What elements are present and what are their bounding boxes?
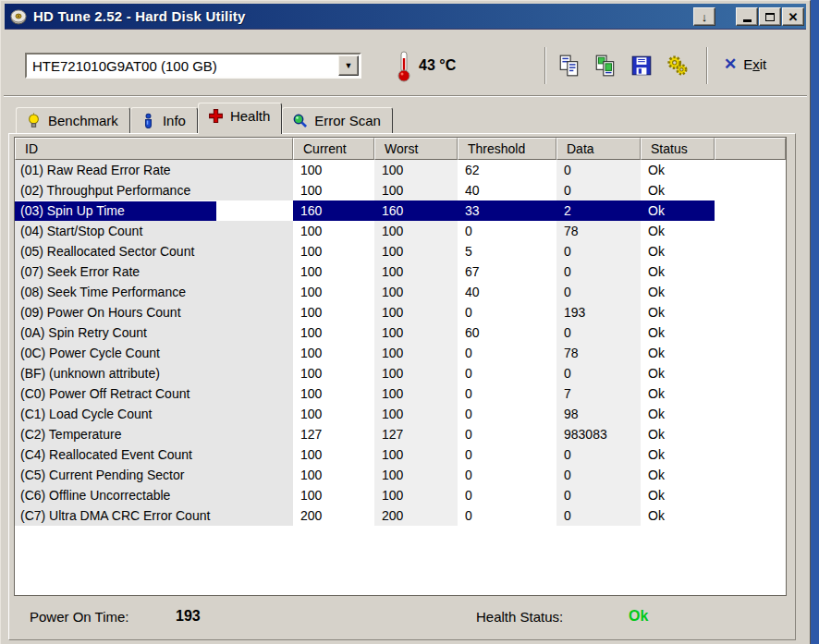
- cell-current[interactable]: 100: [293, 444, 374, 465]
- cell-data[interactable]: 78: [556, 221, 641, 241]
- cell-status[interactable]: Ok: [641, 180, 715, 200]
- cell-id[interactable]: (C5) Current Pending Sector: [15, 465, 293, 485]
- column-header-worst[interactable]: Worst: [374, 138, 458, 160]
- tab-error-scan[interactable]: Error Scan: [282, 107, 393, 134]
- options-button[interactable]: [664, 52, 691, 79]
- cell-threshold[interactable]: 0: [458, 343, 556, 363]
- cell-current[interactable]: 100: [293, 363, 374, 383]
- cell-id[interactable]: (04) Start/Stop Count: [15, 221, 293, 241]
- table-row[interactable]: (C4) Reallocated Event Count10010000Ok: [15, 444, 786, 465]
- cell-threshold[interactable]: 40: [458, 282, 556, 302]
- cell-status[interactable]: Ok: [641, 383, 715, 404]
- cell-current[interactable]: 200: [293, 505, 374, 526]
- table-row[interactable]: (C7) Ultra DMA CRC Error Count20020000Ok: [15, 505, 786, 526]
- cell-worst[interactable]: 100: [374, 383, 458, 404]
- cell-current[interactable]: 100: [293, 241, 374, 261]
- cell-current[interactable]: 100: [293, 282, 374, 302]
- cell-id[interactable]: (C1) Load Cycle Count: [15, 404, 293, 424]
- table-row[interactable]: (04) Start/Stop Count100100078Ok: [15, 221, 786, 241]
- column-header-current[interactable]: Current: [293, 138, 374, 160]
- cell-status[interactable]: Ok: [641, 343, 715, 363]
- cell-current[interactable]: 127: [293, 424, 374, 444]
- rollup-button[interactable]: ↓: [693, 7, 715, 26]
- cell-status[interactable]: Ok: [641, 444, 715, 465]
- cell-data[interactable]: 0: [556, 261, 641, 282]
- cell-status[interactable]: Ok: [641, 485, 715, 505]
- cell-threshold[interactable]: 0: [458, 444, 556, 465]
- cell-worst[interactable]: 100: [374, 322, 458, 343]
- table-row[interactable]: (08) Seek Time Performance100100400Ok: [15, 282, 786, 302]
- cell-status[interactable]: Ok: [641, 505, 715, 526]
- cell-data[interactable]: 78: [556, 343, 641, 363]
- cell-current[interactable]: 160: [293, 200, 374, 221]
- cell-id[interactable]: (09) Power On Hours Count: [15, 302, 293, 322]
- cell-id[interactable]: (C0) Power Off Retract Count: [15, 383, 293, 404]
- cell-id[interactable]: (08) Seek Time Performance: [15, 282, 293, 302]
- cell-threshold[interactable]: 33: [458, 200, 556, 221]
- table-row[interactable]: (BF) (unknown attribute)10010000Ok: [15, 363, 786, 383]
- cell-current[interactable]: 100: [293, 180, 374, 200]
- cell-id[interactable]: (0C) Power Cycle Count: [15, 343, 293, 363]
- cell-id[interactable]: (02) Throughput Performance: [15, 180, 293, 200]
- tab-info[interactable]: Info: [130, 107, 198, 134]
- column-header-data[interactable]: Data: [556, 138, 641, 160]
- cell-threshold[interactable]: 0: [458, 404, 556, 424]
- cell-data[interactable]: 0: [556, 241, 641, 261]
- cell-status[interactable]: Ok: [641, 424, 715, 444]
- cell-id[interactable]: (05) Reallocated Sector Count: [15, 241, 293, 261]
- table-row[interactable]: (0A) Spin Retry Count100100600Ok: [15, 322, 786, 343]
- cell-threshold[interactable]: 0: [458, 424, 556, 444]
- table-row[interactable]: (C5) Current Pending Sector10010000Ok: [15, 465, 786, 485]
- cell-data[interactable]: 0: [556, 363, 641, 383]
- cell-status[interactable]: Ok: [641, 261, 715, 282]
- minimize-button[interactable]: [736, 7, 758, 26]
- table-row[interactable]: (07) Seek Error Rate100100670Ok: [15, 261, 786, 282]
- cell-threshold[interactable]: 62: [458, 160, 556, 180]
- close-button[interactable]: ✕: [782, 7, 804, 26]
- cell-data[interactable]: 0: [556, 322, 641, 343]
- cell-data[interactable]: 0: [556, 180, 641, 200]
- table-row[interactable]: (C0) Power Off Retract Count10010007Ok: [15, 383, 786, 404]
- tab-health[interactable]: Health: [198, 103, 282, 134]
- cell-id[interactable]: (03) Spin Up Time: [15, 200, 293, 221]
- cell-current[interactable]: 100: [293, 302, 374, 322]
- cell-worst[interactable]: 100: [374, 465, 458, 485]
- cell-current[interactable]: 100: [293, 383, 374, 404]
- cell-current[interactable]: 100: [293, 465, 374, 485]
- cell-status[interactable]: Ok: [641, 160, 715, 180]
- cell-threshold[interactable]: 0: [458, 505, 556, 526]
- cell-threshold[interactable]: 67: [458, 261, 556, 282]
- table-row[interactable]: (09) Power On Hours Count1001000193Ok: [15, 302, 786, 322]
- cell-data[interactable]: 98: [556, 404, 641, 424]
- copy-text-button[interactable]: [556, 52, 583, 79]
- cell-worst[interactable]: 100: [374, 444, 458, 465]
- cell-data[interactable]: 0: [556, 160, 641, 180]
- cell-status[interactable]: Ok: [641, 363, 715, 383]
- cell-data[interactable]: 0: [556, 282, 641, 302]
- cell-threshold[interactable]: 0: [458, 383, 556, 404]
- cell-worst[interactable]: 100: [374, 261, 458, 282]
- cell-id[interactable]: (C7) Ultra DMA CRC Error Count: [15, 505, 293, 526]
- table-row[interactable]: (02) Throughput Performance100100400Ok: [15, 180, 786, 200]
- cell-id[interactable]: (C2) Temperature: [15, 424, 293, 444]
- cell-threshold[interactable]: 0: [458, 363, 556, 383]
- cell-worst[interactable]: 100: [374, 363, 458, 383]
- cell-worst[interactable]: 100: [374, 404, 458, 424]
- cell-data[interactable]: 2: [556, 200, 641, 221]
- exit-button[interactable]: ✕ Exit: [724, 56, 766, 72]
- table-row[interactable]: (0C) Power Cycle Count100100078Ok: [15, 343, 786, 363]
- cell-current[interactable]: 100: [293, 261, 374, 282]
- cell-threshold[interactable]: 40: [458, 180, 556, 200]
- cell-worst[interactable]: 100: [374, 485, 458, 505]
- cell-data[interactable]: 0: [556, 485, 641, 505]
- column-header-id[interactable]: ID: [15, 138, 293, 160]
- cell-id[interactable]: (C4) Reallocated Event Count: [15, 444, 293, 465]
- tab-benchmark[interactable]: Benchmark: [16, 107, 130, 134]
- cell-current[interactable]: 100: [293, 221, 374, 241]
- cell-status[interactable]: Ok: [641, 221, 715, 241]
- cell-current[interactable]: 100: [293, 322, 374, 343]
- cell-worst[interactable]: 100: [374, 160, 458, 180]
- cell-worst[interactable]: 100: [374, 343, 458, 363]
- cell-current[interactable]: 100: [293, 485, 374, 505]
- cell-status[interactable]: Ok: [641, 302, 715, 322]
